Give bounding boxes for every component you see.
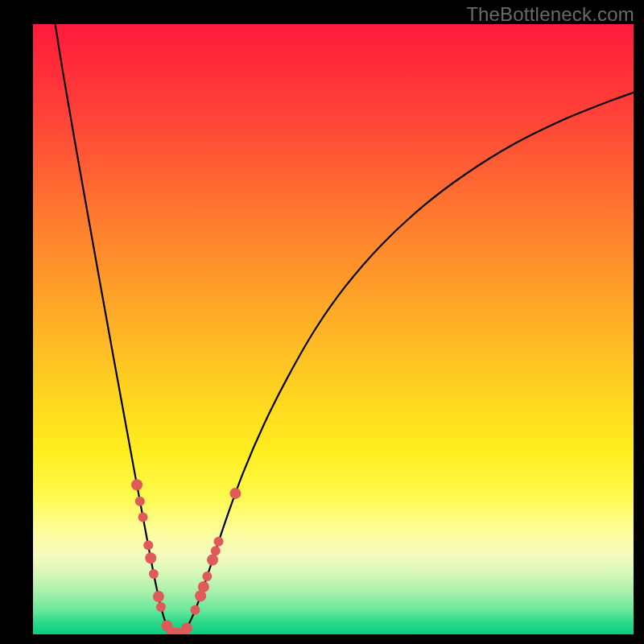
marker-dot — [131, 479, 142, 490]
marker-group — [131, 479, 241, 634]
marker-dot — [229, 488, 241, 499]
curve-path — [56, 24, 634, 634]
marker-dot — [190, 605, 200, 615]
marker-dot — [198, 581, 209, 592]
marker-dot — [135, 497, 145, 506]
chart-frame: TheBottleneck.com — [0, 0, 644, 644]
marker-dot — [143, 540, 153, 550]
marker-dot — [156, 602, 166, 612]
marker-dot — [207, 555, 218, 566]
marker-dot — [149, 569, 159, 579]
marker-dot — [211, 546, 221, 555]
marker-dot — [181, 622, 192, 634]
marker-dot — [153, 591, 164, 602]
marker-dot — [138, 512, 148, 522]
marker-dot — [145, 552, 156, 564]
plot-area — [33, 24, 634, 634]
marker-dot — [214, 537, 224, 547]
marker-dot — [202, 572, 212, 581]
watermark-text: TheBottleneck.com — [466, 3, 634, 26]
bottleneck-curve — [33, 24, 634, 634]
